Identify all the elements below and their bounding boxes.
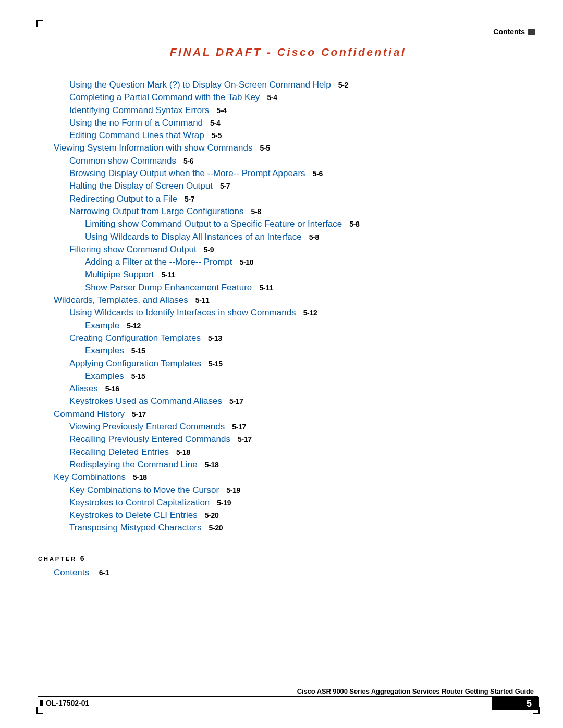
toc-entry[interactable]: Narrowing Output from Large Configuratio… [69, 207, 538, 216]
toc-page: 5-15 [131, 347, 145, 355]
toc-title: Limiting show Command Output to a Specif… [85, 219, 342, 229]
toc-title: Key Combinations to Move the Cursor [69, 485, 219, 495]
toc-page: 5-17 [232, 423, 246, 431]
toc-entry[interactable]: Completing a Partial Command with the Ta… [69, 93, 538, 102]
toc-title: Narrowing Output from Large Configuratio… [69, 206, 244, 216]
toc-title: Adding a Filter at the --More-- Prompt [85, 257, 232, 267]
toc-entry[interactable]: Aliases5-16 [69, 384, 538, 393]
toc-page: 5-5 [260, 144, 270, 152]
toc-page: 5-8 [309, 233, 319, 241]
chapter-block: CHAPTER 6 Contents 6-1 [38, 550, 538, 577]
toc-page: 5-12 [303, 309, 317, 317]
toc-page: 5-10 [239, 258, 253, 266]
toc-title: Browsing Display Output when the --More-… [69, 168, 305, 178]
toc-page: 5-8 [251, 207, 261, 216]
toc-entry[interactable]: Examples5-15 [85, 372, 538, 380]
toc-page: 5-18 [133, 473, 147, 482]
toc-title: Examples [85, 346, 124, 355]
toc-title: Command History [54, 409, 125, 419]
toc-title: Viewing System Information with show Com… [54, 143, 252, 153]
chapter-label: CHAPTER [38, 556, 77, 562]
toc-entry[interactable]: Wildcards, Templates, and Aliases5-11 [54, 295, 538, 304]
toc-page: 5-11 [161, 270, 175, 279]
toc-entry[interactable]: Browsing Display Output when the --More-… [69, 169, 538, 178]
toc-entry[interactable]: Limiting show Command Output to a Specif… [85, 219, 538, 228]
toc-entry[interactable]: Keystrokes to Control Capitalization5-19 [69, 498, 538, 507]
toc-title: Filtering show Command Output [69, 244, 197, 254]
toc-page: 5-7 [185, 195, 194, 203]
crop-mark [36, 20, 43, 27]
toc-page: 5-6 [313, 169, 323, 178]
toc-entry[interactable]: Using Wildcards to Identify Interfaces i… [69, 308, 538, 317]
toc-entry[interactable]: Multipipe Support5-11 [85, 270, 538, 279]
toc-entry[interactable]: Contents 6-1 [54, 568, 538, 577]
toc-entry[interactable]: Viewing System Information with show Com… [54, 143, 538, 152]
toc-title: Using Wildcards to Display All Instances… [85, 232, 302, 242]
toc-title: Completing a Partial Command with the Ta… [69, 92, 260, 102]
toc-title: Applying Configuration Templates [69, 359, 201, 368]
toc-page: 5-2 [338, 81, 348, 89]
toc-entry[interactable]: Filtering show Command Output5-9 [69, 245, 538, 254]
toc-entry[interactable]: Key Combinations to Move the Cursor5-19 [69, 486, 538, 495]
toc-title: Example [85, 320, 119, 330]
toc-title: Keystrokes to Delete CLI Entries [69, 510, 198, 520]
toc-entry[interactable]: Command History5-17 [54, 410, 538, 418]
toc-title: Key Combinations [54, 472, 126, 482]
toc-entry[interactable]: Using Wildcards to Display All Instances… [85, 232, 538, 241]
toc-page: 5-17 [132, 410, 146, 418]
footer: Cisco ASR 9000 Series Aggregation Servic… [38, 687, 538, 710]
toc-entry[interactable]: Example5-12 [85, 321, 538, 330]
toc-entry[interactable]: Show Parser Dump Enhancement Feature5-11 [85, 283, 538, 292]
toc-title: Redisplaying the Command Line [69, 460, 198, 470]
toc-entry[interactable]: Identifying Command Syntax Errors5-4 [69, 106, 538, 115]
toc-page: 5-12 [127, 322, 141, 330]
page: Contents FINAL DRAFT - Cisco Confidentia… [38, 22, 538, 712]
toc-page: 5-7 [220, 182, 230, 190]
footer-doc-title: Cisco ASR 9000 Series Aggregation Servic… [38, 687, 538, 695]
toc-title: Editing Command Lines that Wrap [69, 130, 204, 140]
toc-entry[interactable]: Using the Question Mark (?) to Display O… [69, 80, 538, 89]
chapter-number: 6 [80, 554, 85, 562]
toc-page: 5-16 [105, 385, 119, 393]
toc-entry[interactable]: Keystrokes Used as Command Aliases5-17 [69, 397, 538, 405]
toc-entry[interactable]: Applying Configuration Templates5-15 [69, 359, 538, 368]
toc-entry[interactable]: Halting the Display of Screen Output5-7 [69, 181, 538, 190]
toc-entry[interactable]: Transposing Mistyped Characters5-20 [69, 523, 538, 532]
toc-entry[interactable]: Common show Commands5-6 [69, 156, 538, 165]
toc-title: Examples [85, 371, 124, 381]
toc-page: 5-4 [210, 119, 220, 127]
toc-page: 5-6 [183, 157, 193, 165]
toc-title: Using the no Form of a Command [69, 118, 203, 128]
toc-page: 5-20 [209, 524, 223, 532]
toc-page: 5-13 [208, 334, 222, 342]
toc-entry[interactable]: Creating Configuration Templates5-13 [69, 334, 538, 342]
toc-page: 5-11 [195, 296, 210, 304]
toc-title: Recalling Deleted Entries [69, 447, 169, 457]
toc-entry[interactable]: Adding a Filter at the --More-- Prompt5-… [85, 257, 538, 266]
header-marker-icon [528, 29, 535, 35]
toc-title: Keystrokes to Control Capitalization [69, 498, 210, 508]
confidential-banner: FINAL DRAFT - Cisco Confidential [38, 46, 538, 58]
header-section: Contents [493, 28, 535, 36]
toc-page: 5-18 [205, 461, 219, 469]
toc-title: Redirecting Output to a File [69, 194, 177, 204]
toc-page: 5-11 [259, 283, 273, 292]
toc-title: Multipipe Support [85, 269, 154, 279]
toc-page: 6-1 [99, 569, 109, 577]
toc-entry[interactable]: Viewing Previously Entered Commands5-17 [69, 422, 538, 431]
page-number: 5 [492, 697, 538, 710]
toc-entry[interactable]: Examples5-15 [85, 346, 538, 355]
toc-entry[interactable]: Using the no Form of a Command5-4 [69, 118, 538, 127]
toc-entry[interactable]: Keystrokes to Delete CLI Entries5-20 [69, 511, 538, 520]
toc-entry[interactable]: Recalling Deleted Entries5-18 [69, 448, 538, 456]
toc-entry[interactable]: Editing Command Lines that Wrap5-5 [69, 131, 538, 140]
toc-entry[interactable]: Redirecting Output to a File5-7 [69, 194, 538, 203]
toc-entry[interactable]: Key Combinations5-18 [54, 473, 538, 482]
toc-entry[interactable]: Redisplaying the Command Line5-18 [69, 460, 538, 469]
toc-page: 5-4 [216, 106, 226, 115]
toc-page: 5-15 [131, 372, 145, 380]
header-section-label: Contents [493, 28, 525, 36]
toc-page: 5-20 [205, 511, 219, 520]
toc-title: Keystrokes Used as Command Aliases [69, 396, 222, 406]
toc-entry[interactable]: Recalling Previously Entered Commands5-1… [69, 435, 538, 443]
